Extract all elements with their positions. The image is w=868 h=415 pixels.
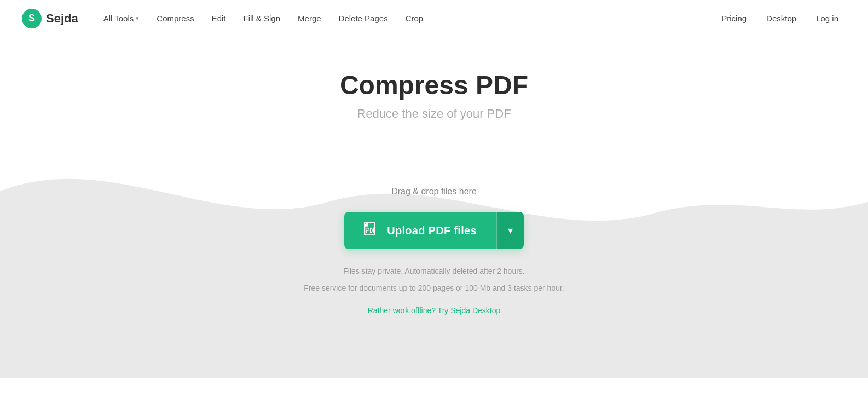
header: S Sejda All Tools ▾ Compress Edit Fill &… xyxy=(0,0,868,37)
nav-right: Pricing Desktop Log in xyxy=(714,9,846,27)
nav-compress[interactable]: Compress xyxy=(149,9,201,27)
upload-button-label: Upload PDF files xyxy=(387,224,477,237)
upload-area: Drag & drop files here Upload PDF files … xyxy=(0,148,868,359)
privacy-text-line2: Free service for documents up to 200 pag… xyxy=(304,281,564,295)
offline-link[interactable]: Rather work offline? Try Sejda Desktop xyxy=(368,306,501,315)
main-nav: All Tools ▾ Compress Edit Fill & Sign Me… xyxy=(96,9,714,27)
logo-link[interactable]: S Sejda xyxy=(22,9,78,28)
logo-icon: S xyxy=(22,9,42,28)
nav-all-tools[interactable]: All Tools ▾ xyxy=(96,9,147,27)
chevron-down-icon: ▾ xyxy=(136,15,139,22)
upload-button-group: Upload PDF files ▾ xyxy=(344,212,524,249)
upload-dropdown-button[interactable]: ▾ xyxy=(496,212,524,249)
nav-crop[interactable]: Crop xyxy=(398,9,431,27)
hero-section: Compress PDF Reduce the size of your PDF xyxy=(0,37,868,137)
privacy-text-line1: Files stay private. Automatically delete… xyxy=(343,264,525,278)
brand-name: Sejda xyxy=(46,11,78,26)
hero-subtitle: Reduce the size of your PDF xyxy=(11,107,857,121)
nav-merge[interactable]: Merge xyxy=(290,9,329,27)
nav-fill-sign[interactable]: Fill & Sign xyxy=(236,9,288,27)
page-title: Compress PDF xyxy=(11,70,857,100)
nav-desktop[interactable]: Desktop xyxy=(759,9,804,27)
upload-pdf-button[interactable]: Upload PDF files xyxy=(344,212,496,249)
drag-drop-label: Drag & drop files here xyxy=(391,187,477,197)
nav-login[interactable]: Log in xyxy=(808,9,846,27)
nav-delete-pages[interactable]: Delete Pages xyxy=(331,9,396,27)
chevron-down-icon: ▾ xyxy=(508,224,513,237)
wave-section: Drag & drop files here Upload PDF files … xyxy=(0,148,868,378)
pdf-file-icon xyxy=(364,222,379,239)
nav-pricing[interactable]: Pricing xyxy=(714,9,754,27)
nav-edit[interactable]: Edit xyxy=(204,9,234,27)
